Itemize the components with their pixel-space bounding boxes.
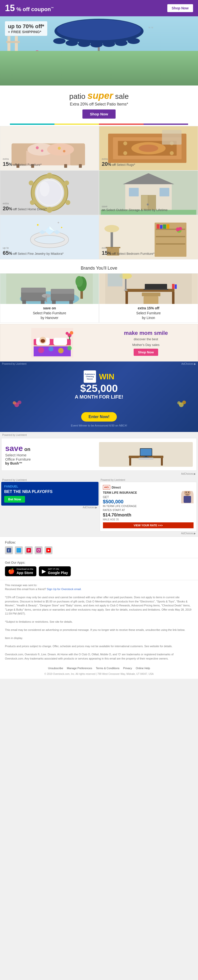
coupon-banner: 15 % off coupon™ Shop Now bbox=[0, 0, 198, 16]
apple-app-store-button[interactable]: 🍎 Download on the App Store bbox=[5, 566, 37, 576]
svg-rect-143 bbox=[108, 274, 123, 286]
svg-rect-48 bbox=[64, 164, 67, 168]
aig-amount: $500,000 bbox=[103, 499, 194, 504]
product-cell-rugs[interactable]: extra 20% off Select Rugs* bbox=[99, 126, 198, 170]
hero-headline1: up to 70% off* bbox=[8, 23, 44, 30]
svg-rect-80 bbox=[160, 188, 169, 196]
pch-enter-now-button[interactable]: Enter Now! bbox=[81, 412, 117, 422]
fanduel-bet-now-button[interactable]: Bet Now bbox=[4, 496, 25, 503]
bush-brand-label: by Bush™ bbox=[5, 461, 99, 465]
svg-rect-131 bbox=[144, 289, 168, 290]
facebook-icon[interactable]: f bbox=[5, 546, 13, 554]
brand-cell-hanover[interactable]: save on Select Patio Furniture by Hanove… bbox=[0, 273, 99, 323]
svg-rect-97 bbox=[156, 236, 185, 237]
fanduel-powered-by: Powered by LiveIntent bbox=[1, 478, 99, 482]
bush-ad-wrapper: Powered by LiveIntent save on Select Hom… bbox=[0, 432, 198, 477]
svg-rect-133 bbox=[144, 296, 158, 304]
color-bar-teal bbox=[10, 124, 54, 125]
sign-up-link[interactable]: Sign Up for Overstock email. bbox=[47, 588, 81, 590]
brand-hanover-label1: save on bbox=[43, 306, 56, 310]
product-label-furniture: extra 15% off Select Furniture* bbox=[3, 157, 42, 168]
privacy-link[interactable]: Privacy bbox=[123, 666, 132, 670]
svg-rect-174 bbox=[139, 458, 153, 460]
coupon-text: 15 % off coupon™ bbox=[5, 3, 54, 13]
brand-hanover-label3: by Hanover bbox=[41, 316, 58, 320]
aig-powered-by: Powered by LiveIntent bbox=[100, 478, 197, 482]
product-cell-outdoor-storage[interactable]: save on Select Outdoor Storage & More by… bbox=[99, 170, 198, 215]
product-cell-bedroom[interactable]: extra 15% off Select Bedroom Furniture* bbox=[99, 215, 198, 259]
bush-powered-by: Powered by LiveIntent bbox=[1, 433, 197, 437]
aig-title: TERM LIFE INSURANCE bbox=[103, 491, 194, 495]
aig-header: AIG Direct bbox=[103, 485, 194, 490]
svg-point-12 bbox=[78, 41, 90, 47]
patio-pre-title: patio bbox=[69, 92, 85, 100]
svg-point-178 bbox=[188, 492, 189, 493]
coupon-shop-now-button[interactable]: Shop Now bbox=[167, 4, 193, 12]
bush-ad-choices[interactable]: AdChoices ▶ bbox=[1, 472, 197, 476]
youtube-icon[interactable] bbox=[45, 546, 53, 554]
svg-point-153 bbox=[67, 346, 72, 350]
pch-ad-choices[interactable]: AdChoices ▶ bbox=[181, 363, 196, 365]
aig-rate-sub: MALE AGE 35 bbox=[103, 518, 194, 521]
svg-point-58 bbox=[123, 151, 127, 155]
manage-preferences-link[interactable]: Manage Preferences bbox=[67, 666, 92, 670]
coupon-percent: 15 bbox=[5, 3, 15, 13]
svg-point-125 bbox=[75, 276, 83, 287]
rugs-item: Select bbox=[117, 163, 126, 167]
svg-rect-30 bbox=[144, 55, 162, 61]
svg-point-55 bbox=[139, 145, 158, 152]
brand-cell-linon[interactable]: extra 15% off Select Furniture by Linon bbox=[99, 273, 198, 323]
outdoor-item3: by Lifetime bbox=[152, 208, 168, 212]
aig-rates-label: RATES START AT bbox=[103, 509, 194, 512]
svg-point-56 bbox=[123, 142, 127, 145]
furniture-item2: Furniture* bbox=[27, 163, 42, 167]
product-grid-section: extra 15% off Select Furniture* bbox=[0, 126, 198, 262]
mom-mom: mom bbox=[139, 330, 152, 336]
product-cell-jewelry[interactable]: ✦ ✦ ✦ up to 65% off Select Fine Jewelry … bbox=[0, 215, 99, 259]
jewelry-item: Select bbox=[18, 252, 27, 256]
pch-amount: $25,000 bbox=[5, 383, 193, 394]
svg-point-158 bbox=[70, 331, 73, 334]
aig-view-rate-button[interactable]: VIEW YOUR RATE >>> bbox=[103, 522, 194, 528]
aig-person-svg bbox=[182, 491, 193, 503]
svg-rect-129 bbox=[172, 292, 174, 304]
coupon-unit: % bbox=[16, 6, 21, 12]
svg-point-165 bbox=[182, 401, 186, 404]
product-cell-home-decor[interactable]: extra 20% off Select Home Decor* bbox=[0, 170, 99, 215]
svg-point-177 bbox=[186, 492, 187, 493]
patio-sale-shop-now-button[interactable]: Shop Now bbox=[82, 110, 115, 119]
unsubscribe-link[interactable]: Unsubscribe bbox=[48, 666, 63, 670]
svg-point-41 bbox=[47, 143, 74, 156]
bush-ad[interactable]: save on Select Home Office Furniture by … bbox=[1, 438, 197, 471]
product-label-outdoor-storage: save on Select Outdoor Storage & More by… bbox=[102, 205, 168, 212]
google-sub-text: GET IT ON bbox=[48, 568, 68, 571]
pch-logo: Publishers Clearing House bbox=[84, 371, 96, 383]
product-grid: extra 15% off Select Furniture* bbox=[0, 126, 198, 262]
brand-linon-label1: extra 15% off bbox=[137, 306, 159, 310]
pch-header: Publishers Clearing House WIN bbox=[5, 371, 193, 383]
svg-rect-28 bbox=[36, 55, 54, 61]
product-cell-furniture[interactable]: extra 15% off Select Furniture* bbox=[0, 126, 99, 170]
aig-ad-choices[interactable]: AdChoices ▶ bbox=[100, 531, 197, 535]
fanduel-ad-choices[interactable]: AdChoices ▶ bbox=[1, 506, 99, 509]
pch-month: A MONTH FOR LIFE! bbox=[5, 394, 193, 400]
instagram-icon[interactable] bbox=[35, 546, 43, 554]
brand-linon-label2: Select Furniture bbox=[136, 311, 161, 315]
mom-headline1: make mom smile bbox=[99, 330, 193, 336]
outdoor-on: on bbox=[102, 208, 105, 212]
twitter-icon[interactable]: 🐦 bbox=[15, 546, 23, 554]
mom-shop-now-button[interactable]: Shop Now bbox=[134, 348, 158, 356]
svg-rect-23 bbox=[117, 60, 134, 73]
svg-rect-159 bbox=[69, 336, 70, 340]
terms-conditions-link[interactable]: Terms & Conditions bbox=[96, 666, 119, 670]
svg-rect-134 bbox=[142, 293, 160, 296]
svg-rect-115 bbox=[22, 300, 26, 304]
svg-rect-26 bbox=[129, 73, 131, 78]
pinterest-icon[interactable]: P bbox=[25, 546, 33, 554]
svg-rect-49 bbox=[79, 164, 82, 168]
twitter-svg: 🐦 bbox=[17, 548, 21, 552]
google-play-button[interactable]: ▶ GET IT ON Google Play bbox=[39, 566, 71, 576]
bush-select-label: Select Home bbox=[5, 453, 99, 457]
brands-grid: save on Select Patio Furniture by Hanove… bbox=[0, 273, 198, 323]
online-help-link[interactable]: Online Help bbox=[136, 666, 150, 670]
